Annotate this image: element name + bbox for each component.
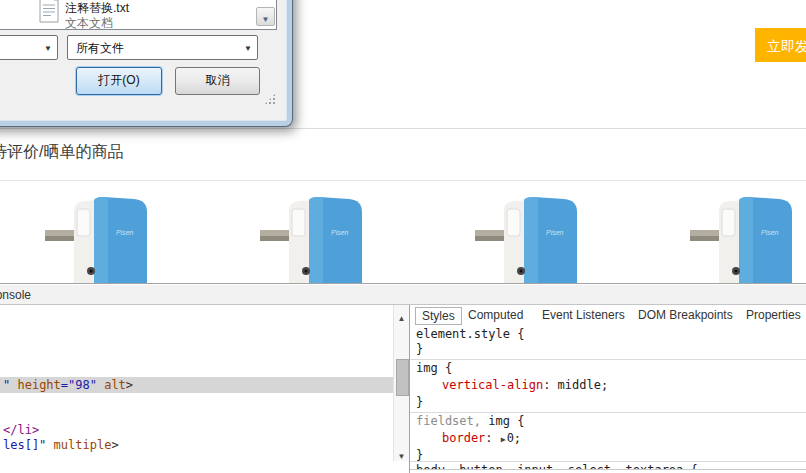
scrollbar-thumb[interactable] (396, 359, 409, 396)
devtools-panel: Console " height="98" alt> </li> les[]" … (0, 283, 806, 473)
tab-computed[interactable]: Computed (462, 307, 529, 323)
file-name-combobox[interactable] (0, 35, 58, 60)
tab-event-listeners[interactable]: Event Listeners (536, 307, 631, 323)
scroll-down-icon[interactable] (394, 445, 409, 459)
svg-text:Pisen: Pisen (331, 229, 349, 236)
list-scroll-down-icon[interactable] (256, 7, 275, 26)
dom-node[interactable]: les[]" multiple> (0, 437, 393, 453)
tab-styles[interactable]: Styles (415, 307, 462, 325)
header-divider (0, 128, 806, 129)
css-declaration[interactable]: border: 0; (416, 430, 521, 447)
scroll-up-icon[interactable] (394, 307, 409, 321)
css-rule-close: } (416, 341, 423, 358)
pending-review-product-row: Pisen Pisen Pisen (0, 197, 806, 283)
styles-sidebar: Styles Computed Event Listeners DOM Brea… (409, 305, 806, 473)
publish-now-button[interactable]: 立即发表 (755, 28, 806, 62)
selected-dom-node[interactable]: " height="98" alt> (0, 377, 393, 393)
file-open-dialog: 注释替换.txt 文本文档 所有文件 打开(O) 取消 (0, 0, 292, 126)
tab-dom-breakpoints[interactable]: DOM Breakpoints (632, 307, 739, 323)
file-list[interactable]: 注释替换.txt 文本文档 (0, 0, 277, 30)
svg-text:Pisen: Pisen (761, 229, 779, 236)
devtools-tabbar: Console (0, 285, 806, 305)
expand-arrow-icon[interactable] (500, 431, 507, 445)
text-file-icon (38, 0, 60, 23)
tab-console[interactable]: Console (0, 288, 31, 302)
product-image[interactable]: Pisen (474, 197, 580, 283)
css-rule-selector[interactable]: fieldset, img { (416, 413, 524, 430)
open-button[interactable]: 打开(O) (76, 67, 162, 95)
svg-text:Pisen: Pisen (116, 229, 134, 236)
file-type-select[interactable]: 所有文件 (67, 35, 258, 60)
section-title: 待评价/晒单的商品 (0, 142, 123, 163)
pisen-charger-image: Pisen (689, 197, 795, 283)
svg-text:Pisen: Pisen (546, 229, 564, 236)
css-rule-close: } (416, 394, 423, 411)
file-item-type: 文本文档 (65, 15, 113, 32)
file-type-value: 所有文件 (76, 40, 124, 57)
product-image[interactable]: Pisen (259, 197, 365, 283)
section-divider (0, 180, 806, 181)
rule-divider (410, 359, 806, 360)
chevron-down-icon[interactable] (244, 40, 252, 54)
css-rules-list[interactable]: element.style { } img { vertical-align: … (410, 326, 806, 473)
css-declaration[interactable]: vertical-align: middle; (416, 377, 608, 394)
css-rule-selector[interactable]: element.style { (416, 326, 524, 343)
elements-scrollbar[interactable] (393, 305, 409, 461)
styles-sidebar-tabs: Styles Computed Event Listeners DOM Brea… (410, 305, 806, 325)
tab-properties[interactable]: Properties (740, 307, 806, 323)
chevron-down-icon[interactable] (44, 40, 52, 54)
product-image[interactable]: Pisen (44, 197, 150, 283)
pisen-charger-image: Pisen (474, 197, 580, 283)
css-rule-selector[interactable]: img { (416, 360, 452, 377)
elements-tree[interactable]: " height="98" alt> </li> les[]" multiple… (0, 305, 393, 473)
cancel-button[interactable]: 取消 (175, 67, 260, 95)
pisen-charger-image: Pisen (44, 197, 150, 283)
pisen-charger-image: Pisen (259, 197, 365, 283)
find-in-styles-bar (410, 469, 806, 473)
product-image[interactable]: Pisen (689, 197, 795, 283)
resize-grip[interactable] (264, 93, 276, 105)
dom-node[interactable]: </li> (0, 422, 393, 438)
